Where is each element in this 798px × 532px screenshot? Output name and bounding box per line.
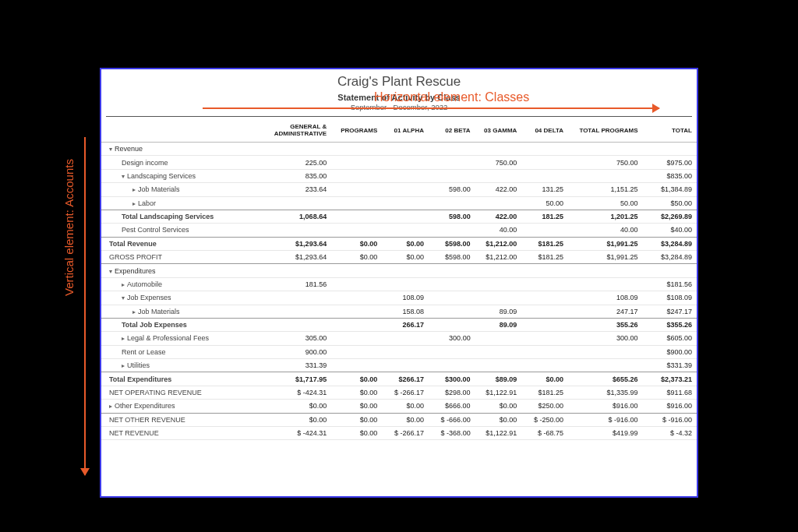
account-label[interactable]: Revenue xyxy=(101,143,237,156)
table-row: Automobile181.56$181.56 xyxy=(101,277,697,291)
cell: 422.00 xyxy=(475,183,522,196)
table-row: Total Landscaping Services1,068.64598.00… xyxy=(101,210,697,223)
cell xyxy=(331,224,382,237)
cell: 158.08 xyxy=(382,305,429,318)
report-header: Craig's Plant Rescue Statement of Activi… xyxy=(101,69,697,116)
caret-right-icon[interactable] xyxy=(109,402,115,410)
cell: $266.17 xyxy=(382,372,429,386)
cell: $0.00 xyxy=(382,400,429,413)
caret-right-icon[interactable] xyxy=(122,361,127,369)
caret-down-icon[interactable] xyxy=(122,172,127,180)
cell: 40.00 xyxy=(475,224,522,237)
account-label[interactable]: Other Expenditures xyxy=(101,400,237,413)
account-label[interactable]: Utilities xyxy=(101,359,237,372)
cell: $1,293.64 xyxy=(237,251,332,264)
cell xyxy=(331,264,382,277)
cell xyxy=(331,277,382,291)
account-label[interactable]: Legal & Professional Fees xyxy=(101,332,237,345)
col-account xyxy=(101,117,237,143)
table-row: Utilities331.39$331.39 xyxy=(101,359,697,372)
col-programs: PROGRAMS xyxy=(331,117,382,143)
account-label[interactable]: Labor xyxy=(101,196,237,210)
cell xyxy=(331,345,382,358)
cell: 355.26 xyxy=(568,318,643,331)
account-label[interactable]: Landscaping Services xyxy=(101,169,237,182)
cell: $0.00 xyxy=(237,413,332,426)
cell: 108.09 xyxy=(382,291,429,305)
cell xyxy=(643,264,697,277)
table-row: Job Materials233.64598.00422.00131.251,1… xyxy=(101,183,697,196)
table-row: NET OPERATING REVENUE$ -424.31$0.00$ -26… xyxy=(101,386,697,399)
caret-down-icon[interactable] xyxy=(122,294,127,301)
cell: $0.00 xyxy=(237,400,332,413)
row-label-text: Rent or Lease xyxy=(122,348,166,356)
cell: $1,122.91 xyxy=(475,426,522,439)
cell: $1,384.89 xyxy=(643,183,697,196)
cell: $916.00 xyxy=(643,400,697,413)
cell: $1,293.64 xyxy=(237,237,332,250)
row-label-text: Expenditures xyxy=(115,267,156,275)
cell: $247.17 xyxy=(643,305,697,318)
cell: $181.25 xyxy=(521,251,568,264)
account-label: NET OTHER REVENUE xyxy=(101,413,237,426)
row-label-text: Total Job Expenses xyxy=(122,321,187,329)
table-row: Expenditures xyxy=(101,264,697,277)
company-name: Craig's Plant Rescue xyxy=(101,74,697,90)
cell: $835.00 xyxy=(643,169,697,182)
caret-right-icon[interactable] xyxy=(132,308,138,315)
account-label[interactable]: Job Materials xyxy=(101,183,237,196)
account-label[interactable]: Expenditures xyxy=(101,264,237,277)
cell xyxy=(331,291,382,305)
account-label[interactable]: Automobile xyxy=(101,277,237,291)
cell: $655.26 xyxy=(568,372,643,386)
cell xyxy=(237,305,332,318)
cell: 108.09 xyxy=(568,291,643,305)
account-label: Total Revenue xyxy=(101,237,237,250)
cell xyxy=(429,224,475,237)
cell xyxy=(237,224,332,237)
cell: $ -916.00 xyxy=(643,413,697,426)
account-label[interactable]: Job Expenses xyxy=(101,291,237,305)
col-total: TOTAL xyxy=(643,117,697,143)
cell xyxy=(237,318,332,331)
cell xyxy=(475,291,522,305)
cell xyxy=(382,196,429,210)
cell: 40.00 xyxy=(568,224,643,237)
table-row: NET REVENUE$ -424.31$0.00$ -266.17$ -368… xyxy=(101,426,697,439)
row-label-text: Automobile xyxy=(127,280,162,288)
cell: $ -424.31 xyxy=(237,386,332,399)
cell xyxy=(382,332,429,345)
cell: $2,269.89 xyxy=(643,210,697,223)
account-label[interactable]: Job Materials xyxy=(101,305,237,318)
cell xyxy=(521,277,568,291)
cell: $1,717.95 xyxy=(237,372,332,386)
cell: $355.26 xyxy=(643,318,697,331)
cell: $0.00 xyxy=(521,372,568,386)
caret-down-icon[interactable] xyxy=(109,267,115,275)
caret-right-icon[interactable] xyxy=(122,280,127,288)
caret-right-icon[interactable] xyxy=(132,199,138,207)
cell: 50.00 xyxy=(568,196,643,210)
cell: $ -266.17 xyxy=(382,386,429,399)
caret-down-icon[interactable] xyxy=(109,145,115,153)
cell: 89.09 xyxy=(475,318,522,331)
cell: $0.00 xyxy=(331,413,382,426)
cell: $2,373.21 xyxy=(643,372,697,386)
caret-right-icon[interactable] xyxy=(122,334,127,342)
row-label-text: Pest Control Services xyxy=(122,226,189,234)
cell xyxy=(521,345,568,358)
caret-right-icon[interactable] xyxy=(132,185,138,193)
cell: 331.39 xyxy=(237,359,332,372)
table-row: Job Materials158.0889.09247.17$247.17 xyxy=(101,305,697,318)
table-row: Legal & Professional Fees305.00300.00300… xyxy=(101,332,697,345)
table-row: Total Revenue$1,293.64$0.00$0.00$598.00$… xyxy=(101,237,697,250)
row-label-text: Landscaping Services xyxy=(127,172,196,180)
row-label-text: NET REVENUE xyxy=(109,429,159,437)
annotation-vertical-label: Vertical element: Accounts xyxy=(62,159,76,296)
cell: $0.00 xyxy=(475,413,522,426)
cell xyxy=(521,224,568,237)
account-label: Pest Control Services xyxy=(101,224,237,237)
cell xyxy=(475,277,522,291)
cell xyxy=(382,143,429,156)
cell xyxy=(475,332,522,345)
